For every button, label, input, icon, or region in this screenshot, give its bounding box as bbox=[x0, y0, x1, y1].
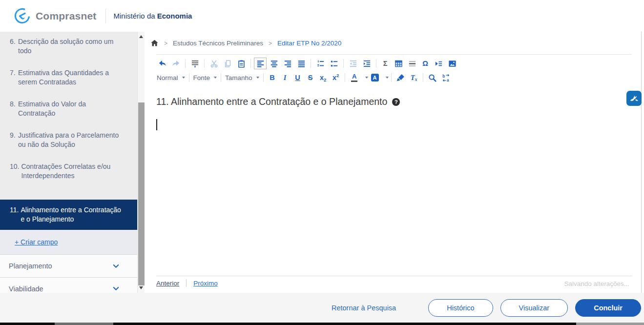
align-justify-icon[interactable] bbox=[295, 58, 308, 69]
indent-icon[interactable] bbox=[360, 58, 373, 69]
select-all-icon[interactable] bbox=[188, 58, 201, 69]
underline-button[interactable]: U bbox=[292, 72, 304, 83]
chevron-down-icon bbox=[182, 77, 185, 79]
strikethrough-button[interactable]: S bbox=[305, 72, 316, 83]
visualizar-button[interactable]: Visualizar bbox=[500, 299, 568, 317]
item-number: 11. bbox=[10, 205, 21, 224]
header-divider bbox=[105, 9, 106, 23]
next-link[interactable]: Próximo bbox=[193, 280, 218, 287]
image-icon[interactable] bbox=[446, 58, 458, 69]
svg-text:a: a bbox=[447, 78, 449, 82]
remove-format-button[interactable]: Tx bbox=[408, 72, 420, 83]
bold-button[interactable]: B bbox=[267, 72, 278, 83]
paragraph-format-dropdown[interactable]: Normal bbox=[157, 74, 185, 81]
create-field-link[interactable]: + Criar campo bbox=[15, 238, 58, 246]
toolbar-separator bbox=[345, 73, 345, 82]
item-label: Estimativa das Quantidades a serem Contr… bbox=[18, 68, 125, 87]
item-label: Alinhamento entre a Contratação e o Plan… bbox=[21, 205, 125, 224]
align-right-icon[interactable] bbox=[281, 58, 294, 69]
align-left-icon[interactable] bbox=[254, 58, 267, 69]
scrollbar-thumb[interactable] bbox=[138, 102, 145, 285]
editor-panel: > Estudos Técnicos Preliminares > Editar… bbox=[145, 32, 644, 293]
item-number: 9. bbox=[10, 131, 18, 149]
svg-text:b: b bbox=[442, 74, 445, 79]
scroll-up-icon[interactable] bbox=[139, 35, 143, 38]
editor-toolbar-row1: ΣΩ bbox=[155, 57, 459, 70]
breadcrumb-separator: > bbox=[269, 40, 272, 47]
previous-link[interactable]: Anterior bbox=[156, 280, 179, 287]
home-icon[interactable] bbox=[150, 39, 159, 47]
sidebar-item-10[interactable]: 10.Contratações Correlatas e/ou Interdep… bbox=[0, 162, 137, 181]
toolbar-separator bbox=[185, 59, 186, 68]
chevron-down-icon bbox=[112, 263, 120, 270]
sidebar-item-9[interactable]: 9.Justificativa para o Parcelamento ou n… bbox=[0, 131, 137, 149]
superscript-button[interactable]: x2 bbox=[330, 72, 342, 83]
breadcrumb-item-current: Editar ETP No 2/2020 bbox=[277, 40, 341, 47]
section-heading: 11. Alinhamento entre a Contratação e o … bbox=[156, 96, 400, 107]
toolbar-separator bbox=[263, 73, 264, 82]
horizontal-rule-icon[interactable] bbox=[406, 58, 418, 69]
pager-divider bbox=[156, 276, 632, 276]
align-center-icon[interactable] bbox=[268, 58, 280, 69]
section-label: Planejamento bbox=[9, 262, 52, 270]
vlibras-accessibility-button[interactable] bbox=[626, 91, 642, 106]
special-character-icon[interactable]: Ω bbox=[419, 58, 431, 69]
sidebar-item-11[interactable]: 11.Alinhamento entre a Contratação e o P… bbox=[0, 200, 137, 230]
autosave-status: Salvando alterações... bbox=[564, 280, 629, 287]
formula-icon[interactable]: Σ bbox=[379, 58, 391, 69]
numbered-list-icon[interactable] bbox=[314, 58, 327, 69]
brand-name: Comprasnet bbox=[36, 10, 97, 22]
toolbar-separator bbox=[204, 59, 205, 68]
pager: Anterior Próximo bbox=[156, 279, 218, 287]
format-painter-icon[interactable] bbox=[395, 72, 407, 83]
sidebar-item-6[interactable]: 6.Descrição da solução como um todo bbox=[0, 37, 137, 56]
window-bottom-bar bbox=[0, 323, 644, 325]
subscript-button[interactable]: x2 bbox=[317, 72, 329, 83]
redo-icon[interactable] bbox=[169, 58, 182, 69]
concluir-button[interactable]: Concluir bbox=[575, 299, 641, 317]
chevron-down-icon bbox=[256, 77, 259, 79]
create-field-strip: + Criar campo bbox=[0, 230, 137, 254]
toolbar-separator bbox=[423, 73, 423, 82]
item-number: 10. bbox=[10, 162, 21, 181]
scroll-down-icon[interactable] bbox=[139, 286, 143, 289]
text-cursor bbox=[156, 119, 157, 130]
replace-icon[interactable]: ba bbox=[440, 72, 453, 83]
sidebar-section-planejamento[interactable]: Planejamento bbox=[0, 254, 137, 277]
undo-icon[interactable] bbox=[156, 58, 168, 69]
item-label: Descrição da solução como um todo bbox=[18, 37, 125, 56]
app-header: Comprasnet Ministério da Economia bbox=[0, 0, 644, 32]
sidebar-scrollbar[interactable] bbox=[137, 32, 145, 293]
copy-icon[interactable] bbox=[221, 58, 234, 69]
etp-sidebar: 6.Descrição da solução como um todo7.Est… bbox=[0, 32, 145, 293]
toolbar-separator bbox=[376, 59, 376, 68]
return-to-search-link[interactable]: Retornar à Pesquisa bbox=[332, 304, 396, 312]
sidebar-item-8[interactable]: 8.Estimativa do Valor da Contratação bbox=[0, 100, 137, 118]
italic-button[interactable]: I bbox=[279, 72, 291, 83]
find-icon[interactable] bbox=[426, 72, 439, 83]
panel-right-border bbox=[641, 32, 642, 293]
toolbar-separator bbox=[221, 73, 221, 82]
sidebar-item-7[interactable]: 7.Estimativa das Quantidades a serem Con… bbox=[0, 68, 137, 87]
help-icon[interactable]: ? bbox=[392, 98, 400, 106]
text-color-button[interactable]: A bbox=[348, 72, 368, 83]
highlight-color-button[interactable]: A bbox=[368, 72, 389, 83]
editor-toolbar-row2: NormalFonteTamanhoBIUSx2x2AATxba bbox=[155, 71, 453, 84]
chevron-down-icon bbox=[386, 77, 389, 79]
historico-button[interactable]: Histórico bbox=[428, 299, 493, 317]
paste-icon[interactable] bbox=[235, 58, 248, 69]
table-icon[interactable] bbox=[392, 58, 405, 69]
outdent-icon[interactable] bbox=[347, 58, 359, 69]
toolbar-separator bbox=[391, 73, 392, 82]
breadcrumb: > Estudos Técnicos Preliminares > Editar… bbox=[150, 39, 341, 47]
section-label: Viabilidade bbox=[9, 285, 43, 293]
font-dropdown[interactable]: Fonte bbox=[193, 74, 217, 81]
page-break-icon[interactable] bbox=[432, 58, 445, 69]
size-dropdown[interactable]: Tamanho bbox=[225, 74, 259, 81]
breadcrumb-item-etp[interactable]: Estudos Técnicos Preliminares bbox=[173, 40, 263, 47]
comprasnet-logo-icon bbox=[13, 7, 31, 25]
cut-icon[interactable] bbox=[208, 58, 220, 69]
item-label: Justificativa para o Parcelamento ou não… bbox=[18, 131, 125, 149]
action-footer: Retornar à Pesquisa HistóricoVisualizarC… bbox=[0, 293, 644, 323]
bulleted-list-icon[interactable] bbox=[328, 58, 340, 69]
